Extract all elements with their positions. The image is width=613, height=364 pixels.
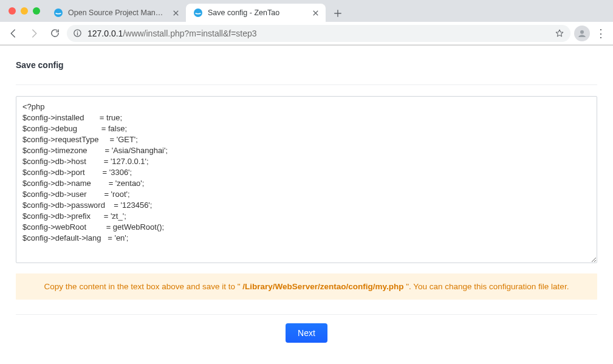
reload-button[interactable] [46, 25, 63, 42]
next-button[interactable]: Next [286, 323, 327, 343]
browser-chrome: Open Source Project Managem Save config … [0, 0, 613, 46]
window-minimize-button[interactable] [21, 7, 28, 15]
site-info-icon[interactable] [73, 29, 83, 38]
url-host: 127.0.0.1 [87, 29, 123, 38]
traffic-lights [9, 7, 40, 15]
svg-point-3 [77, 31, 78, 32]
tab-open-source-project[interactable]: Open Source Project Managem [46, 4, 186, 22]
hint-suffix: ". You can change this configuration fil… [406, 282, 569, 291]
url-text: 127.0.0.1/www/install.php?m=install&f=st… [87, 29, 257, 38]
config-textarea[interactable] [16, 96, 597, 263]
button-row: Next [16, 315, 597, 351]
window-fullscreen-button[interactable] [33, 7, 40, 15]
save-hint-alert: Copy the content in the text box above a… [16, 273, 597, 300]
new-tab-button[interactable] [329, 5, 346, 22]
tab-save-config[interactable]: Save config - ZenTao [186, 4, 326, 22]
browser-menu-button[interactable]: ⋮ [594, 27, 608, 40]
url-bar[interactable]: 127.0.0.1/www/install.php?m=install&f=st… [67, 25, 570, 42]
svg-point-1 [194, 9, 202, 17]
close-tab-icon[interactable] [311, 9, 320, 17]
page-title: Save config [16, 60, 597, 70]
tab-title: Open Source Project Managem [68, 9, 166, 17]
tab-title: Save config - ZenTao [208, 9, 306, 17]
zentao-favicon-icon [53, 8, 63, 18]
hint-prefix: Copy the content in the text box above a… [44, 282, 241, 291]
svg-point-4 [580, 30, 584, 33]
zentao-favicon-icon [193, 8, 203, 18]
close-tab-icon[interactable] [171, 9, 180, 17]
svg-point-0 [54, 9, 63, 17]
forward-button[interactable] [26, 25, 43, 42]
hint-path: /Library/WebServer/zentao/config/my.php [241, 282, 406, 291]
page-content: Save config Copy the content in the text… [0, 46, 613, 351]
tab-strip: Open Source Project Managem Save config … [0, 0, 613, 22]
bookmark-star-icon[interactable] [555, 29, 564, 38]
profile-avatar[interactable] [574, 26, 590, 41]
toolbar: 127.0.0.1/www/install.php?m=install&f=st… [0, 22, 613, 45]
back-button[interactable] [5, 25, 22, 42]
url-path: /www/install.php?m=install&f=step3 [123, 29, 256, 38]
divider [16, 84, 597, 85]
window-close-button[interactable] [9, 7, 16, 15]
